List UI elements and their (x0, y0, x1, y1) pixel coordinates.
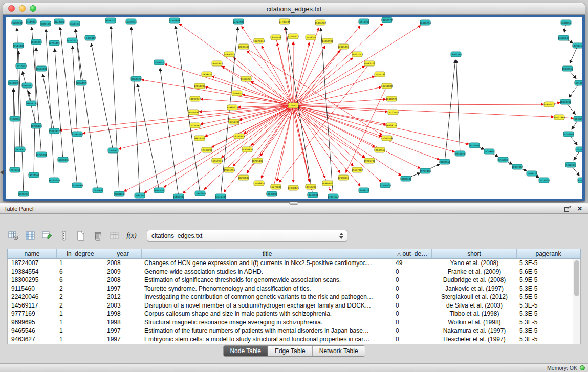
graph-edge[interactable] (293, 99, 386, 105)
graph-node[interactable]: 16044459 (270, 35, 281, 40)
graph-node[interactable]: 18364925 (322, 181, 333, 186)
graph-edge[interactable] (83, 105, 293, 134)
table-row[interactable]: 946554611997Estimation of the future num… (8, 326, 580, 335)
graph-node[interactable]: 16782345 (233, 134, 245, 139)
graph-node[interactable]: 15802567 (562, 66, 573, 71)
graph-node[interactable]: 12774491 (49, 40, 60, 46)
column-header-title[interactable]: title (142, 249, 393, 258)
column-header-name[interactable]: name (8, 249, 57, 258)
graph-node[interactable]: 12094857 (231, 91, 243, 96)
graph-node[interactable]: 9356203 (105, 18, 116, 23)
graph-node[interactable]: 8579345 (578, 178, 582, 183)
table-body[interactable]: 1872400712008Changes of HCN gene express… (7, 259, 581, 344)
graph-node[interactable]: 19135890 (573, 116, 582, 121)
graph-edge[interactable] (293, 104, 543, 105)
graph-node[interactable]: 8123404 (54, 19, 64, 24)
graph-node[interactable]: 7680345 (135, 193, 145, 198)
splitter-handle[interactable] (289, 202, 298, 205)
graph-node[interactable]: 11938475 (288, 185, 299, 190)
graph-node[interactable]: 25189332 (26, 19, 37, 24)
graph-node[interactable]: 11093827 (49, 128, 60, 134)
graph-edge[interactable] (75, 29, 81, 83)
column-header-short[interactable]: short (432, 249, 517, 258)
graph-node[interactable]: 12215987 (233, 19, 244, 24)
graph-edge[interactable] (321, 28, 333, 196)
graph-node[interactable]: 9246901 (498, 157, 508, 162)
graph-node[interactable]: 18223344 (253, 38, 265, 43)
graph-node[interactable]: 7203451 (154, 60, 164, 65)
table-row[interactable]: 969969511998Structural magnetic resonanc… (8, 318, 580, 327)
graph-node[interactable]: 20246901 (563, 132, 574, 137)
graph-node[interactable]: 8024789 (469, 143, 480, 148)
citation-network-graph[interactable]: 1724002715123454164189251125180417554234… (6, 17, 582, 199)
graph-node[interactable]: 10483103 (364, 61, 375, 66)
graph-node[interactable]: 16468123 (358, 188, 369, 193)
graph-node[interactable]: 11544809 (169, 18, 180, 23)
graph-node[interactable]: 9791456 (154, 188, 164, 193)
graph-node[interactable]: 15647382 (352, 167, 363, 172)
graph-node[interactable]: 10427364 (554, 115, 565, 120)
graph-node[interactable]: 8356192 (76, 80, 86, 85)
graph-node[interactable]: 10802567 (173, 194, 184, 199)
graph-node[interactable]: 20663091 (36, 66, 47, 71)
graph-edge[interactable] (261, 105, 293, 178)
graph-edge[interactable] (42, 74, 54, 131)
graph-edge[interactable] (23, 72, 36, 126)
graph-node[interactable]: 16938271 (386, 123, 397, 128)
graph-node[interactable]: 14543213 (67, 38, 78, 43)
graph-edge[interactable] (293, 105, 382, 136)
graph-node[interactable]: 13586721 (241, 76, 252, 81)
graph-node[interactable]: 10293847 (238, 175, 249, 180)
graph-node[interactable]: 12024789 (215, 194, 226, 199)
graph-node[interactable]: 9913678 (455, 151, 465, 156)
graph-edge[interactable] (73, 46, 77, 134)
panel-collapse-arrow-icon[interactable] (0, 170, 4, 175)
graph-edge[interactable] (293, 105, 353, 166)
table-row[interactable]: 946362711997Embryonic stem cells: a mode… (8, 335, 580, 344)
graph-edge[interactable] (293, 105, 375, 147)
graph-edge[interactable] (277, 105, 293, 181)
minimize-window-button[interactable] (19, 5, 26, 12)
graph-edge[interactable] (293, 105, 554, 117)
function-builder-icon[interactable]: f(x) (125, 229, 138, 243)
graph-edge[interactable] (60, 105, 293, 130)
import-table-icon[interactable] (108, 229, 121, 243)
graph-node[interactable]: 14246901 (307, 192, 318, 198)
graph-node[interactable]: 15357012 (328, 194, 339, 199)
delete-icon[interactable] (92, 229, 104, 243)
graph-node[interactable]: 16913678 (574, 80, 582, 85)
graph-edge[interactable] (137, 84, 159, 190)
graph-node[interactable]: 9468234 (565, 162, 576, 167)
graph-node[interactable]: 12958374 (338, 175, 349, 180)
graph-node[interactable]: 16273849 (270, 184, 281, 189)
graph-node[interactable]: 21357890 (92, 188, 103, 193)
graph-edge[interactable] (201, 105, 293, 124)
table-panel-titlebar[interactable]: Table Panel ✕ (0, 203, 588, 214)
graph-node[interactable]: 18976543 (194, 136, 205, 141)
column-header-year[interactable]: year (104, 249, 142, 258)
memory-status-indicator[interactable] (580, 365, 585, 370)
graph-node[interactable]: 15456702 (315, 20, 326, 25)
graph-node[interactable]: 18680345 (400, 176, 411, 181)
graph-node[interactable]: 11468123 (526, 171, 537, 176)
graph-node[interactable]: 14628375 (14, 147, 26, 152)
table-settings-icon[interactable] (7, 229, 19, 243)
graph-node[interactable]: 16758493 (188, 110, 199, 115)
graph-node[interactable]: 19791456 (420, 168, 431, 173)
table-row[interactable]: 1456911722003Disruption of a novel membe… (8, 301, 580, 310)
graph-node[interactable]: 8579234 (18, 191, 29, 196)
graph-node[interactable]: 19467794 (450, 52, 462, 57)
graph-node[interactable]: 11456789 (228, 119, 239, 124)
graph-edge[interactable] (242, 26, 293, 105)
graph-node[interactable]: 18024789 (560, 99, 571, 104)
graph-node[interactable]: 21357012 (575, 147, 582, 152)
graph-node[interactable]: 10847563 (374, 147, 385, 152)
column-header-out_de[interactable]: △out_de… (393, 249, 432, 258)
graph-node[interactable]: 21606507 (11, 20, 23, 25)
graph-edge[interactable] (183, 105, 293, 193)
graph-edge[interactable] (293, 105, 360, 186)
graph-node[interactable]: 13135890 (266, 191, 277, 196)
graph-node[interactable]: 17554234 (374, 72, 385, 77)
graph-node[interactable]: 14850977 (381, 17, 393, 23)
table-row[interactable]: 2242004622012Investigating the contribut… (8, 293, 580, 301)
